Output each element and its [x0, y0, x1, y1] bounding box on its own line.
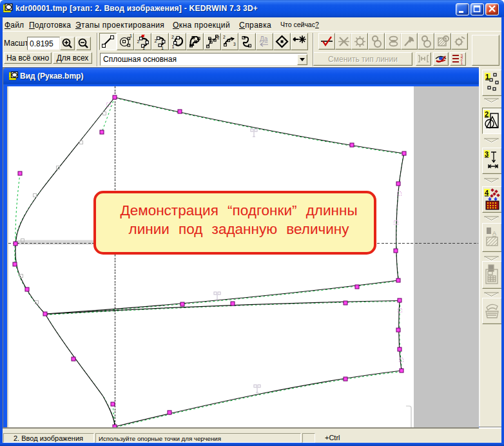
svg-text:Да: Да	[260, 35, 268, 43]
svg-text:4: 4	[485, 189, 489, 197]
svg-text:2: 2	[155, 39, 157, 43]
svg-text:2: 2	[485, 110, 489, 118]
svg-text:1: 1	[161, 46, 164, 50]
svg-text:2: 2	[217, 35, 220, 40]
svg-text:3: 3	[233, 42, 236, 46]
svg-text:1: 1	[461, 61, 463, 65]
svg-text:1: 1	[130, 34, 132, 38]
svg-text:1: 1	[142, 46, 145, 50]
svg-text:А: А	[492, 230, 496, 237]
svg-text:1: 1	[485, 73, 489, 81]
svg-text:2: 2	[137, 39, 140, 44]
svg-text:2: 2	[223, 35, 226, 39]
svg-text:3: 3	[485, 150, 489, 158]
svg-text:1: 1	[172, 44, 175, 49]
svg-text:2: 2	[171, 35, 174, 39]
